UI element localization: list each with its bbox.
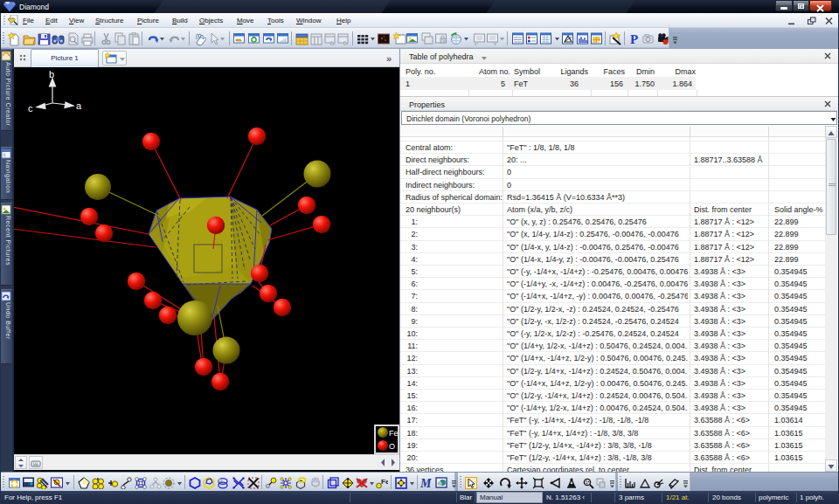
svg-text:c: c	[28, 103, 33, 114]
svg-text:O: O	[389, 442, 395, 451]
svg-text:P: P	[630, 32, 638, 46]
svg-text:Fe: Fe	[381, 478, 388, 486]
svg-text:M: M	[420, 477, 432, 489]
svg-text:a: a	[76, 100, 82, 111]
svg-text:Fe: Fe	[389, 429, 398, 438]
svg-text:b: b	[49, 69, 54, 79]
